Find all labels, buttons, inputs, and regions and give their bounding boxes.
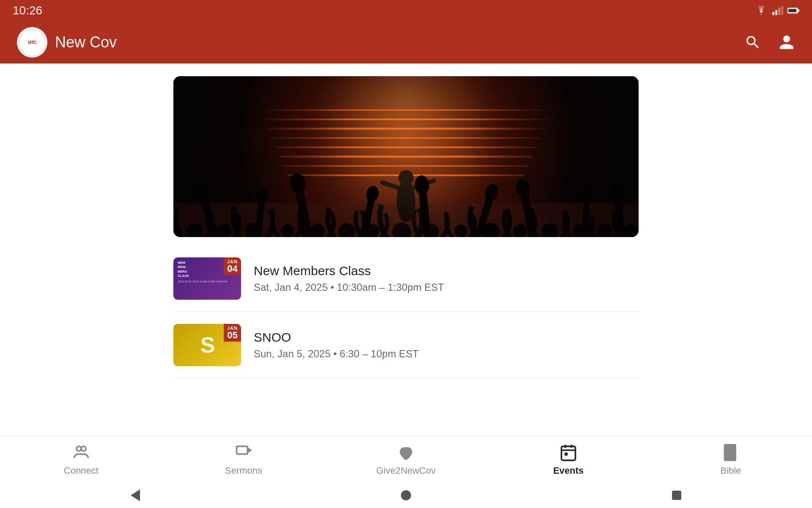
back-button[interactable] <box>131 489 140 501</box>
status-icons <box>755 6 799 15</box>
give-icon <box>397 443 415 462</box>
bible-icon <box>721 443 740 462</box>
connect-icon <box>72 443 91 462</box>
event-thumbnail-1: NEW MEM- BERS CLASS SIGN UP AT HOST & WE… <box>173 257 241 300</box>
event-time-2: Sun, Jan 5, 2025 • 6:30 – 10pm EST <box>254 348 639 360</box>
event-date-badge-1: JAN 04 <box>224 257 241 275</box>
thumb-new-members: NEW MEM- BERS CLASS SIGN UP AT HOST & WE… <box>173 257 241 300</box>
thumb-snoo: S JAN 05 <box>173 324 241 366</box>
event-day-2: 05 <box>227 331 237 340</box>
svg-marker-10 <box>247 447 252 453</box>
event-day-1: 04 <box>227 264 237 273</box>
svg-rect-6 <box>798 9 799 12</box>
nav-item-give[interactable]: Give2NewCov <box>325 439 487 480</box>
svg-rect-0 <box>772 12 774 15</box>
nav-label-events: Events <box>553 465 584 476</box>
bottom-nav: Connect Sermons Give2NewCov Events <box>0 436 812 483</box>
nav-item-sermons[interactable]: Sermons <box>162 439 325 480</box>
nav-label-give: Give2NewCov <box>376 465 436 476</box>
sermons-icon <box>234 443 253 462</box>
recents-icon <box>672 491 681 500</box>
events-list: NEW MEM- BERS CLASS SIGN UP AT HOST & WE… <box>173 246 639 378</box>
svg-rect-3 <box>781 6 783 15</box>
event-title-1: New Members Class <box>254 264 639 278</box>
system-navigation <box>0 483 812 508</box>
nav-item-events[interactable]: Events <box>487 439 650 480</box>
hero-banner <box>173 76 639 237</box>
svg-rect-5 <box>788 9 796 12</box>
recents-button[interactable] <box>672 491 681 500</box>
nav-item-connect[interactable]: Connect <box>0 439 162 480</box>
app-logo-inner <box>19 29 46 56</box>
main-content: NEW MEM- BERS CLASS SIGN UP AT HOST & WE… <box>0 64 812 457</box>
profile-icon <box>778 34 795 51</box>
profile-button[interactable] <box>778 34 795 51</box>
snoo-text: S <box>200 332 214 358</box>
svg-rect-11 <box>562 446 576 460</box>
event-info-1: New Members Class Sat, Jan 4, 2025 • 10:… <box>254 264 639 293</box>
events-icon <box>559 443 578 462</box>
app-header: New Cov <box>0 21 812 64</box>
event-title-2: SNOO <box>254 330 639 345</box>
svg-rect-2 <box>778 8 780 15</box>
hero-canvas <box>173 76 639 237</box>
event-date-badge-2: JAN 05 <box>224 324 241 342</box>
signal-icon <box>771 6 783 15</box>
nav-label-connect: Connect <box>64 465 99 476</box>
event-info-2: SNOO Sun, Jan 5, 2025 • 6:30 – 10pm EST <box>254 330 639 360</box>
svg-point-8 <box>81 446 86 451</box>
nav-label-bible: Bible <box>721 465 741 476</box>
search-icon <box>744 34 761 51</box>
back-icon <box>131 489 140 501</box>
home-button[interactable] <box>401 490 411 500</box>
header-right <box>744 34 795 51</box>
nav-label-sermons: Sermons <box>225 465 262 476</box>
svg-rect-1 <box>775 10 777 15</box>
battery-icon <box>787 6 799 15</box>
svg-rect-9 <box>237 446 248 454</box>
home-icon <box>401 490 411 500</box>
nav-item-bible[interactable]: Bible <box>650 439 812 480</box>
wifi-icon <box>755 6 767 15</box>
event-thumbnail-2: S JAN 05 <box>173 324 241 366</box>
header-left: New Cov <box>17 27 117 58</box>
app-logo <box>17 27 47 58</box>
status-time: 10:26 <box>13 4 42 17</box>
event-item-snoo[interactable]: S JAN 05 SNOO Sun, Jan 5, 2025 • 6:30 – … <box>173 312 639 378</box>
status-bar: 10:26 <box>0 0 812 21</box>
svg-rect-15 <box>565 453 568 456</box>
app-title: New Cov <box>55 33 117 51</box>
search-button[interactable] <box>744 34 761 51</box>
event-time-1: Sat, Jan 4, 2025 • 10:30am – 1:30pm EST <box>254 282 639 293</box>
event-item-new-members[interactable]: NEW MEM- BERS CLASS SIGN UP AT HOST & WE… <box>173 246 639 312</box>
